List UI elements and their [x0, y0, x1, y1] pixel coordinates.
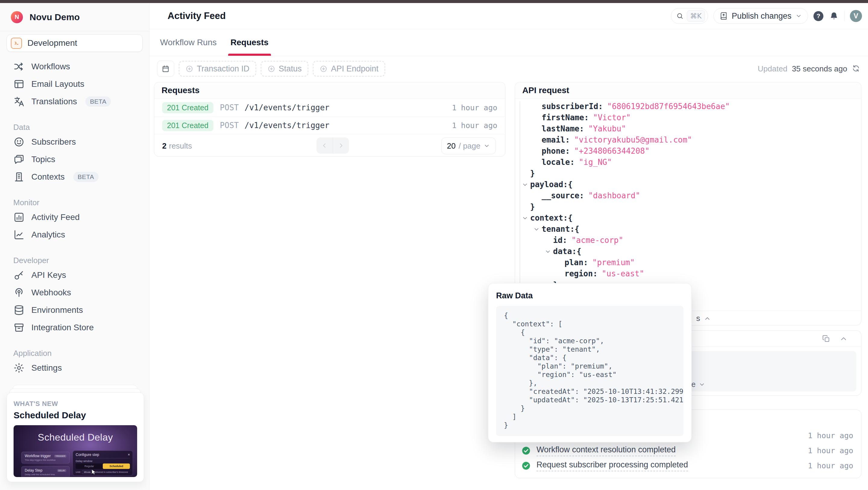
environment-switcher[interactable]: Development	[7, 34, 143, 52]
json-value: "ig_NG"	[579, 158, 612, 167]
sidebar-item-analytics[interactable]: Analytics	[0, 226, 149, 244]
collapse-section-fragment[interactable]: s	[696, 314, 711, 323]
filter-api-endpoint[interactable]: API Endpoint	[313, 61, 385, 76]
request-time: 1 hour ago	[452, 103, 497, 112]
sidebar-item-settings[interactable]: Settings	[0, 359, 149, 377]
json-key: plan:	[564, 258, 588, 267]
image-delay-card: Delay StepDELAY Delay until the schedule…	[22, 466, 70, 477]
filter-label: Transaction ID	[197, 64, 250, 73]
date-filter-button[interactable]	[157, 61, 174, 77]
notifications-button[interactable]	[829, 11, 839, 21]
status-badge: 201 Created	[162, 102, 213, 113]
collapse-toggle-icon[interactable]	[522, 214, 529, 221]
sidebar-item-translations[interactable]: Translations BETA	[0, 93, 149, 110]
whats-new-card[interactable]: WHAT'S NEW Scheduled Delay Scheduled Del…	[7, 392, 144, 482]
app-screen: N Novu Demo Development Workflows Email …	[0, 0, 868, 490]
publish-label: Publish changes	[732, 11, 792, 21]
json-line: plan:"premium"	[515, 257, 861, 268]
tab-workflow-runs[interactable]: Workflow Runs	[160, 29, 217, 56]
json-key: }	[530, 202, 535, 211]
json-line: payload:{	[515, 179, 861, 190]
chevron-up-icon[interactable]	[839, 335, 848, 343]
fragment-text: e	[691, 380, 695, 389]
copy-icon[interactable]	[822, 335, 830, 343]
plus-circle-icon	[267, 65, 276, 73]
json-key: lastName:	[541, 124, 584, 133]
json-line: }	[515, 201, 861, 212]
raw-data-popover: Raw Data { "context": [ { "id": "acme-co…	[488, 283, 692, 442]
refresh-icon	[852, 64, 860, 73]
sidebar-item-integration-store[interactable]: Integration Store	[0, 319, 149, 336]
requests-card-title: Requests	[154, 82, 505, 99]
languages-icon	[13, 96, 25, 107]
response-fragment[interactable]: e	[691, 380, 705, 389]
filter-status[interactable]: Status	[261, 61, 309, 76]
collapse-toggle-icon[interactable]	[522, 181, 529, 188]
page-header: Activity Feed ⌘K Publish changes ? V	[150, 3, 868, 29]
sidebar-item-email-layouts[interactable]: Email Layouts	[0, 75, 149, 93]
updated-status: Updated 35 seconds ago	[758, 64, 861, 73]
help-button[interactable]: ?	[813, 11, 824, 21]
sidebar-item-activity-feed[interactable]: Activity Feed	[0, 209, 149, 226]
database-icon	[13, 304, 25, 316]
json-line: phone:"+2348066344208"	[515, 145, 861, 156]
json-key: tenant:{	[541, 224, 579, 234]
beta-badge: BETA	[85, 96, 111, 107]
page-title: Activity Feed	[167, 10, 226, 21]
image-headline: Scheduled Delay	[13, 432, 137, 443]
avatar[interactable]: V	[850, 10, 862, 22]
json-value: "victoryakubu5@gmail.com"	[574, 135, 692, 144]
page-size-value: 20	[447, 141, 456, 151]
beta-badge: BETA	[73, 172, 99, 182]
refresh-button[interactable]	[852, 64, 861, 73]
sidebar-item-subscribers[interactable]: Subscribers	[0, 133, 149, 151]
log-time: 1 hour ago	[808, 431, 853, 440]
key-icon	[13, 269, 25, 281]
page-size-select[interactable]: 20 / page	[441, 137, 496, 154]
sidebar-item-api-keys[interactable]: API Keys	[0, 266, 149, 284]
whats-new-image[interactable]: Scheduled Delay Workflow triggerTRIGGER …	[13, 425, 137, 477]
next-page-button[interactable]	[333, 137, 349, 154]
request-row[interactable]: 201 Created POST /v1/events/trigger 1 ho…	[154, 117, 505, 134]
request-method: POST	[220, 103, 239, 112]
raw-data-code-block: { "context": [ { "id": "acme-corp", "typ…	[496, 306, 684, 436]
json-key: payload:{	[530, 180, 572, 189]
request-row[interactable]: 201 Created POST /v1/events/trigger 1 ho…	[154, 99, 505, 117]
json-value: "Yakubu"	[588, 124, 626, 133]
sidebar-item-label: Integration Store	[31, 323, 94, 332]
json-key: phone:	[541, 147, 570, 155]
collapse-toggle-icon[interactable]	[533, 225, 540, 233]
sidebar-item-topics[interactable]: Topics	[0, 151, 149, 168]
sidebar-item-environments[interactable]: Environments	[0, 301, 149, 319]
json-key: context:{	[530, 213, 572, 222]
publish-changes-button[interactable]: Publish changes	[713, 8, 808, 24]
updated-value: 35 seconds ago	[792, 64, 847, 73]
shortcut-badge: ⌘K	[687, 10, 705, 22]
filter-transaction-id[interactable]: Transaction ID	[179, 61, 256, 76]
sidebar-item-contexts[interactable]: Contexts BETA	[0, 168, 149, 186]
json-key: email:	[541, 135, 570, 144]
json-key: data:{	[553, 247, 581, 256]
sidebar: N Novu Demo Development Workflows Email …	[0, 3, 150, 490]
json-line: lastName:"Yakubu"	[515, 123, 861, 134]
json-value: "6806192bd87f6954643be6ae"	[607, 102, 730, 111]
collapse-toggle-icon[interactable]	[545, 248, 552, 255]
main-area: Activity Feed ⌘K Publish changes ? V	[150, 3, 868, 490]
sidebar-item-webhooks[interactable]: Webhooks	[0, 284, 149, 301]
request-method: POST	[220, 121, 239, 130]
search-button[interactable]: ⌘K	[671, 8, 708, 24]
json-value: "premium"	[592, 258, 635, 267]
layout-icon	[13, 78, 25, 90]
section-title: Monitor	[0, 196, 149, 209]
prev-page-button[interactable]	[316, 137, 333, 154]
log-link[interactable]: Workflow context resolution completed	[536, 445, 676, 456]
tab-requests[interactable]: Requests	[230, 29, 269, 56]
sidebar-item-workflows[interactable]: Workflows	[0, 58, 149, 75]
sidebar-section-monitor: Monitor Activity Feed Analytics	[0, 196, 149, 244]
bell-icon	[830, 11, 838, 21]
whats-new-eyebrow: WHAT'S NEW	[13, 400, 137, 408]
log-link[interactable]: Request subscriber processing completed	[536, 460, 688, 471]
json-key: region:	[564, 269, 598, 278]
org-switcher[interactable]: N Novu Demo	[0, 3, 149, 31]
filter-label: API Endpoint	[331, 64, 378, 73]
